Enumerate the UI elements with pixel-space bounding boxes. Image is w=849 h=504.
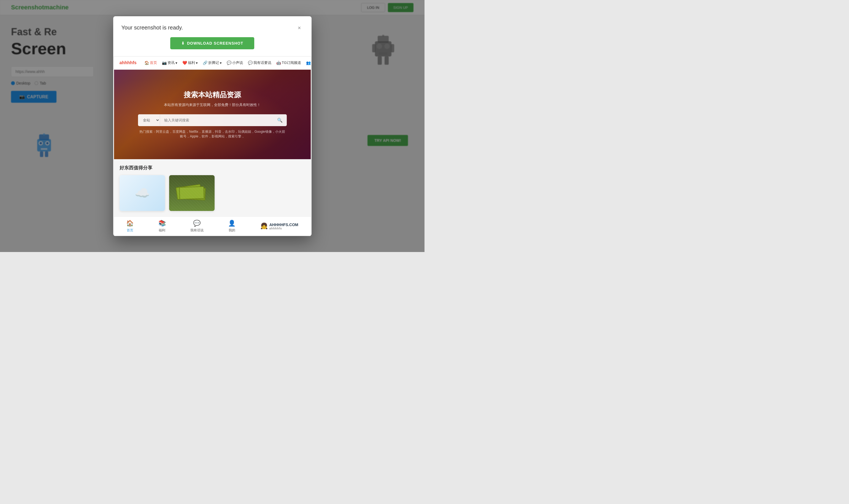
- ss-bottom-mine[interactable]: 👤 我的: [228, 220, 236, 233]
- ss-bottom-bar: 🏠 首页 📚 福利 💬 我有话说 👤 我的: [114, 216, 311, 236]
- modal-overlay: Your screenshot is ready. × ⬇ DOWNLOAD S…: [0, 0, 424, 252]
- ss-nav-welfare: ❤️ 福利 ▾: [182, 60, 198, 65]
- ss-card-1: ☁️: [120, 175, 165, 211]
- tinker-icon: 🔗: [203, 60, 207, 65]
- ss-search-button[interactable]: 🔍: [273, 114, 287, 126]
- ss-hero-title: 搜索本站精品资源: [184, 90, 241, 100]
- news-icon: 📷: [162, 60, 167, 65]
- bill-1: [176, 184, 202, 200]
- ss-search-select[interactable]: 全站: [138, 114, 160, 126]
- talk-icon: 💬: [248, 60, 253, 65]
- bill-2: [180, 187, 206, 200]
- bill-3: [179, 186, 204, 199]
- modal-title: Your screenshot is ready.: [122, 24, 183, 31]
- ss-bottom-welfare[interactable]: 📚 福利: [158, 220, 166, 233]
- modal-header: Your screenshot is ready. ×: [113, 16, 311, 37]
- whisper-icon: 💬: [227, 60, 231, 65]
- welfare-icon: ❤️: [182, 60, 187, 65]
- ss-cards: ☁️: [120, 175, 305, 211]
- dropdown-icon-news: ▾: [176, 61, 177, 65]
- download-icon: ⬇: [181, 41, 185, 46]
- ss-nav: ahhhhfs 🏠 首页 📷 资讯 ▾ ❤️ 福利 ▾ 🔗 折腾记: [114, 56, 311, 70]
- ss-card-2: [169, 175, 215, 211]
- ss-section-title: 好东西值得分享: [120, 165, 305, 171]
- brand-name: AHHHHFS.COM: [269, 222, 298, 227]
- ss-brand-logo: 👧 AHHHHFS.COM ahhhhfs: [260, 222, 298, 230]
- ss-nav-home: 🏠 首页: [144, 60, 157, 65]
- ss-nav-tinker: 🔗 折腾记 ▾: [203, 60, 222, 65]
- bottom-mine-icon: 👤: [228, 220, 236, 227]
- ss-search-bar: 全站 🔍: [138, 114, 287, 126]
- download-screenshot-button[interactable]: ⬇ DOWNLOAD SCREENSHOT: [170, 37, 254, 49]
- screenshot-preview: ahhhhfs 🏠 首页 📷 资讯 ▾ ❤️ 福利 ▾ 🔗 折腾记: [114, 56, 311, 236]
- modal-close-button[interactable]: ×: [295, 24, 303, 32]
- bottom-welfare-icon: 📚: [158, 220, 166, 227]
- bottom-talk-icon: 💬: [193, 220, 201, 227]
- ss-nav-talk: 💬 我有话要说: [248, 60, 271, 65]
- modal-dialog: Your screenshot is ready. × ⬇ DOWNLOAD S…: [113, 16, 311, 236]
- ss-search-input[interactable]: [160, 115, 273, 126]
- ss-hero-subtitle: 本站所有资源均来源于互联网，全部免费！部分具有时效性！: [164, 103, 260, 107]
- ss-hot-searches: 热门搜索：阿里云盘，百度网盘，Netflix，直播源，抖音，去水印，玩偶姐姐，G…: [138, 129, 287, 139]
- ss-bottom-home[interactable]: 🏠 首页: [126, 220, 133, 233]
- money-bills: [169, 175, 215, 211]
- dropdown-icon-tinker: ▾: [220, 61, 222, 65]
- dropdown-icon-welfare: ▾: [196, 61, 198, 65]
- ss-logo: ahhhhfs: [120, 60, 137, 65]
- modal-download-area: ⬇ DOWNLOAD SCREENSHOT: [113, 37, 311, 56]
- home-icon: 🏠: [144, 60, 149, 65]
- brand-subtitle: ahhhhfs: [269, 227, 298, 230]
- bottom-home-icon: 🏠: [126, 220, 133, 227]
- about-icon: 👥: [306, 60, 311, 65]
- ss-content: 好东西值得分享 ☁️: [114, 159, 311, 216]
- tg-icon: 🤖: [276, 60, 281, 65]
- ss-nav-news: 📷 资讯 ▾: [162, 60, 177, 65]
- ss-nav-about: 👥 关于本站 ▾: [306, 60, 311, 65]
- ss-hero: 搜索本站精品资源 本站所有资源均来源于互联网，全部免费！部分具有时效性！ 全站 …: [114, 70, 311, 159]
- cloud-download-icon: ☁️: [134, 185, 150, 201]
- ss-nav-tg: 🤖 TG订阅频道: [276, 60, 301, 65]
- ss-nav-whisper: 💬 小声说: [227, 60, 243, 65]
- ss-bottom-talk[interactable]: 💬 我有话说: [191, 220, 203, 233]
